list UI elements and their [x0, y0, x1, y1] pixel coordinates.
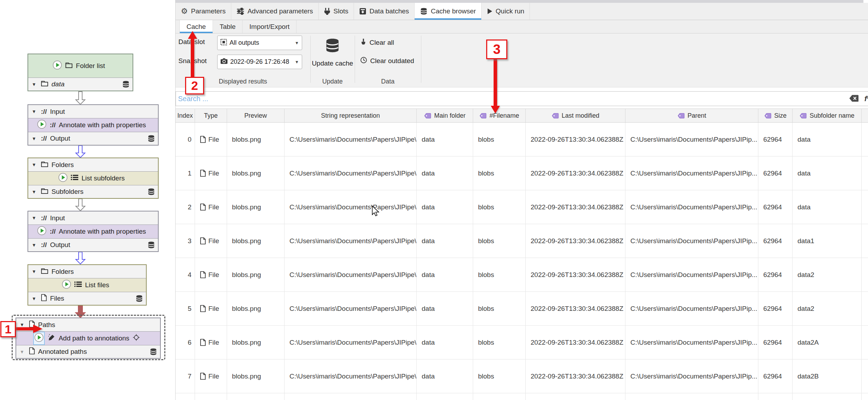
cell-filename: blobs: [473, 156, 526, 190]
tab-quick-run[interactable]: Quick run: [482, 3, 530, 20]
chevron-down-icon[interactable]: ▼: [32, 215, 38, 221]
output-slot-files[interactable]: ▼ Files: [28, 292, 146, 305]
fx-icon[interactable]: fx: [864, 94, 868, 103]
chevron-down-icon: ▼: [295, 41, 299, 45]
output-slot-annotated-paths[interactable]: ▼ Annotated paths: [16, 345, 160, 358]
column-header-type[interactable]: Type: [195, 109, 227, 122]
path-protocol-icon: ://: [41, 135, 47, 142]
subtab-import-export[interactable]: Import/Export: [243, 20, 297, 33]
tab-label: Parameters: [191, 7, 226, 15]
chevron-down-icon[interactable]: ▼: [32, 136, 38, 141]
row-filler: [862, 258, 868, 291]
node-annotate-path-1[interactable]: ▼ :// Input :// Annotate with path prope…: [27, 104, 159, 146]
input-slot-folders[interactable]: ▼ Folders: [28, 158, 158, 171]
table-row[interactable]: 2Fileblobs.pngC:\Users\imaris\Documents\…: [176, 190, 868, 224]
node-list-subfolders[interactable]: ▼ Folders List subfolders ▼ Subfolders: [27, 158, 159, 199]
backspace-icon[interactable]: [849, 94, 859, 102]
cell-main_folder: data: [417, 224, 473, 258]
chevron-down-icon[interactable]: ▼: [32, 296, 38, 301]
cell-filename: blobs: [473, 292, 526, 325]
cell-size: 62964: [758, 326, 793, 359]
table-row[interactable]: 7Fileblobs.pngC:\Users\imaris\Documents\…: [176, 359, 868, 393]
cell-size: 62964: [758, 359, 793, 393]
node-annotate-header[interactable]: :// Annotate with path properties: [28, 224, 158, 238]
table-row[interactable]: 0Fileblobs.pngC:\Users\imaris\Documents\…: [176, 123, 868, 156]
group-label-update: Update: [310, 78, 355, 85]
chevron-down-icon[interactable]: ▼: [32, 242, 38, 248]
tab-advanced-parameters[interactable]: Advanced parameters: [231, 3, 319, 20]
column-header-parent[interactable]: Parent: [625, 109, 758, 122]
chevron-down-icon[interactable]: ▼: [20, 349, 26, 355]
column-header-string-representation[interactable]: String representation: [285, 109, 417, 122]
run-node-button[interactable]: [58, 173, 68, 184]
snapshot-select[interactable]: 2022-09-26 17:26:48 ▼: [217, 55, 302, 69]
node-folder-list-header[interactable]: Folder list: [28, 54, 133, 78]
cell-main_folder: data: [417, 292, 473, 325]
cell-subfolder_name: [793, 393, 862, 400]
column-label: Subfolder name: [809, 112, 854, 119]
column-header-index[interactable]: Index: [176, 109, 195, 122]
cell-string_representation: C:\Users\imaris\Documents\Papers\JIPipe\…: [285, 258, 417, 291]
cached-data-icon: [147, 135, 155, 142]
output-slot-data[interactable]: ▼ data: [28, 78, 133, 91]
table-row[interactable]: 6Fileblobs.pngC:\Users\imaris\Documents\…: [176, 326, 868, 359]
cell-parent: C:\Users\imaris\Documents\Papers\JIPip..…: [625, 190, 758, 224]
cell-string_representation: C:\Users\imaris\Documents\Papers\JIPipe\…: [285, 123, 417, 156]
node-folder-list[interactable]: Folder list ▼ data: [27, 54, 133, 91]
folder-icon: [41, 267, 48, 276]
chevron-down-icon[interactable]: ▼: [32, 162, 38, 167]
table-row[interactable]: 1Fileblobs.pngC:\Users\imaris\Documents\…: [176, 156, 868, 190]
cell-index: 4: [176, 258, 195, 291]
input-slot[interactable]: ▼ :// Input: [28, 105, 158, 118]
tab-cache-browser[interactable]: Cache browser: [415, 3, 482, 20]
file-icon: [200, 170, 206, 177]
slot-label: Output: [50, 135, 70, 142]
slot-label: Files: [50, 295, 64, 302]
input-slot-folders[interactable]: ▼ Folders: [28, 265, 146, 278]
node-list-files[interactable]: ▼ Folders List files ▼ Files: [27, 264, 147, 306]
clear-all-button[interactable]: Clear all: [360, 38, 394, 48]
column-header-subfolder-name[interactable]: Subfolder name: [793, 109, 862, 122]
chevron-down-icon[interactable]: ▼: [32, 82, 38, 87]
run-node-button[interactable]: [53, 60, 62, 72]
data-slot-select[interactable]: All outputs ▼: [217, 36, 302, 50]
output-slot-subfolders[interactable]: ▼ Subfolders: [28, 185, 158, 198]
chevron-down-icon[interactable]: ▼: [32, 269, 38, 274]
run-node-button[interactable]: [37, 226, 47, 237]
table-row[interactable]: 5Fileblobs.pngC:\Users\imaris\Documents\…: [176, 292, 868, 326]
chevron-down-icon[interactable]: ▼: [32, 189, 38, 195]
node-list-subfolders-header[interactable]: List subfolders: [28, 171, 158, 185]
tab-parameters[interactable]: ⚙ Parameters: [176, 3, 231, 20]
cell-filename: blobs: [473, 326, 526, 359]
file-icon: [200, 305, 206, 312]
output-slot[interactable]: ▼ :// Output: [28, 238, 158, 251]
row-filler: [862, 393, 868, 400]
locate-target-icon[interactable]: [133, 334, 140, 343]
chevron-down-icon[interactable]: ▼: [32, 109, 38, 114]
column-header-size[interactable]: Size: [758, 109, 793, 122]
cell-subfolder_name: data: [793, 123, 862, 156]
table-row[interactable]: 4Fileblobs.pngC:\Users\imaris\Documents\…: [176, 258, 868, 292]
play-icon: [487, 8, 493, 14]
table-row[interactable]: 3Fileblobs.pngC:\Users\imaris\Documents\…: [176, 224, 868, 258]
row-filler: [862, 359, 868, 393]
folder-icon: [41, 161, 48, 169]
node-annotate-path-2[interactable]: ▼ :// Input :// Annotate with path prope…: [27, 211, 159, 252]
subtab-table[interactable]: Table: [213, 20, 243, 33]
node-list-files-header[interactable]: List files: [28, 278, 146, 292]
column-header-main-folder[interactable]: Main folder: [417, 109, 473, 122]
tag-icon: [551, 112, 559, 119]
output-slot[interactable]: ▼ :// Output: [28, 132, 158, 145]
column-header-preview[interactable]: Preview: [227, 109, 285, 122]
input-slot[interactable]: ▼ :// Input: [28, 211, 158, 224]
run-node-button[interactable]: [62, 279, 71, 291]
run-node-button[interactable]: [37, 119, 47, 131]
column-header-last-modified[interactable]: Last modified: [526, 109, 625, 122]
column-label: Last modified: [562, 112, 599, 119]
node-annotate-header[interactable]: :// Annotate with path properties: [28, 118, 158, 132]
clear-outdated-button[interactable]: Clear outdated: [360, 56, 414, 66]
cell-type: File: [195, 156, 227, 190]
update-cache-button[interactable]: Update cache: [309, 37, 356, 67]
tab-data-batches[interactable]: Data batches: [354, 3, 415, 20]
tab-slots[interactable]: Slots: [319, 3, 354, 20]
